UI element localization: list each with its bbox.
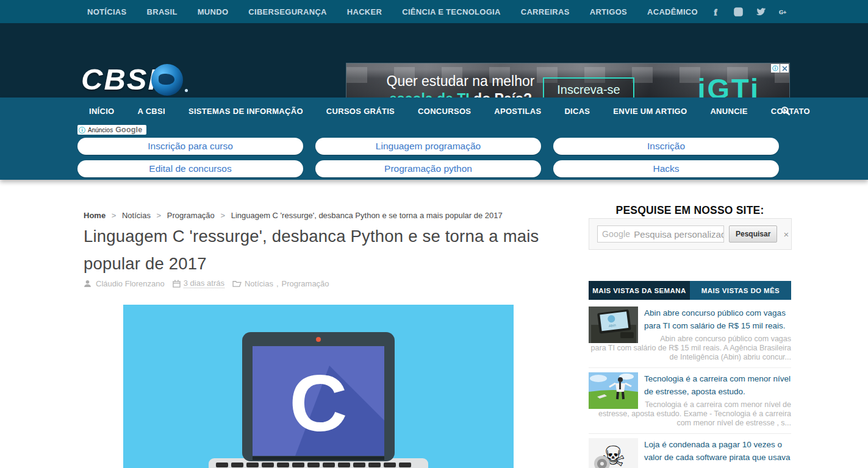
google-watermark: Google bbox=[598, 229, 634, 239]
breadcrumb: Home > Notícias > Programação > Linguage… bbox=[84, 211, 503, 220]
tab-mais-vistas-mes[interactable]: MAIS VISTAS DO MÊS bbox=[690, 281, 791, 300]
breadcrumb-programacao[interactable]: Programação bbox=[167, 211, 215, 220]
search-icon[interactable] bbox=[781, 106, 791, 118]
ad-link-linguagem-programacao[interactable]: Linguagem programação bbox=[315, 138, 541, 155]
breadcrumb-home[interactable]: Home bbox=[84, 211, 106, 220]
topnav-item-noticias[interactable]: NOTÍCIAS bbox=[87, 7, 127, 16]
article-thumbnail-pirataria[interactable]: ☠ bbox=[589, 438, 638, 468]
breadcrumb-noticias[interactable]: Notícias bbox=[122, 211, 151, 220]
breadcrumb-current: Linguagem C 'ressurge', desbanca Python … bbox=[231, 211, 503, 220]
ads-label-brand: Google bbox=[115, 126, 142, 134]
facebook-icon[interactable]: f bbox=[711, 7, 720, 16]
topnav-item-ciberseguranca[interactable]: CIBERSEGURANÇA bbox=[248, 7, 326, 16]
topnav-item-ciencia-tecnologia[interactable]: CIÊNCIA E TECNOLOGIA bbox=[402, 7, 501, 16]
popular-articles-list: Abin Abin abre concurso público com vaga… bbox=[589, 302, 791, 468]
svg-text:f: f bbox=[714, 7, 717, 16]
search-input[interactable] bbox=[634, 229, 723, 239]
breadcrumb-separator: > bbox=[157, 211, 162, 220]
c-letter: C bbox=[289, 358, 347, 448]
nav-item-dicas[interactable]: DICAS bbox=[564, 107, 590, 116]
ad-controls bbox=[771, 64, 789, 73]
article-thumbnail-abin[interactable]: Abin bbox=[589, 307, 638, 343]
site-search-panel: Google Pesquisar × bbox=[589, 218, 792, 250]
ad-link-hacks[interactable]: Hacks bbox=[553, 160, 779, 177]
author-icon bbox=[84, 280, 91, 288]
c-language-illustration: C bbox=[123, 305, 514, 468]
topnav-item-carreiras[interactable]: CARREIRAS bbox=[521, 7, 570, 16]
ads-label-text: Anúncios bbox=[88, 127, 113, 133]
folder-icon bbox=[232, 280, 242, 287]
ad-headline-line1: Quer estudar na melhor bbox=[378, 73, 543, 90]
google-ads-label[interactable]: i Anúncios Google bbox=[77, 125, 146, 135]
topnav-item-brasil[interactable]: BRASIL bbox=[147, 7, 178, 16]
search-close-icon[interactable]: × bbox=[783, 229, 789, 239]
site-logo-text: CBSI bbox=[81, 63, 157, 96]
category-separator: , bbox=[276, 279, 279, 288]
page: NOTÍCIAS BRASIL MUNDO CIBERSEGURANÇA HAC… bbox=[0, 0, 868, 468]
tab-mais-vistas-semana[interactable]: MAIS VISTAS DA SEMANA bbox=[589, 281, 690, 300]
list-item: Tecnologia é a carreira com menor nível … bbox=[589, 368, 791, 434]
breadcrumb-separator: > bbox=[112, 211, 117, 220]
site-header: CBSI Quer estudar na melhor escola de TI… bbox=[0, 23, 868, 98]
svg-text:G+: G+ bbox=[779, 9, 786, 15]
article-author: Cláudio Florenzano bbox=[96, 279, 165, 288]
top-utility-bar: NOTÍCIAS BRASIL MUNDO CIBERSEGURANÇA HAC… bbox=[0, 0, 868, 23]
topnav-item-academico[interactable]: ACADÊMICO bbox=[647, 7, 698, 16]
google-plus-icon[interactable]: G+ bbox=[779, 7, 788, 16]
article-meta: Cláudio Florenzano 3 dias atrás Notícias… bbox=[84, 278, 329, 288]
topnav-item-artigos[interactable]: ARTIGOS bbox=[590, 7, 627, 16]
nav-item-anuncie[interactable]: ANUNCIE bbox=[710, 107, 747, 116]
nav-item-a-cbsi[interactable]: A CBSI bbox=[138, 107, 165, 116]
category-link-noticias[interactable]: Notícias bbox=[245, 279, 273, 288]
nav-item-cursos-gratis[interactable]: CURSOS GRÁTIS bbox=[326, 107, 395, 116]
ad-link-inscricao[interactable]: Inscrição bbox=[553, 138, 779, 155]
ad-link-programacao-python[interactable]: Programação python bbox=[315, 160, 541, 177]
topnav-item-mundo[interactable]: MUNDO bbox=[198, 7, 229, 16]
google-ad-links: Inscrição para curso Linguagem programaç… bbox=[77, 138, 779, 177]
nav-item-concursos[interactable]: CONCURSOS bbox=[418, 107, 471, 116]
ad-info-icon[interactable] bbox=[771, 64, 780, 73]
sidebar-tabs: MAIS VISTAS DA SEMANA MAIS VISTAS DO MÊS bbox=[589, 281, 791, 300]
social-links: f G+ bbox=[711, 0, 788, 23]
instagram-icon[interactable] bbox=[734, 7, 743, 16]
globe-icon bbox=[151, 64, 183, 96]
nav-item-envie-um-artigo[interactable]: ENVIE UM ARTIGO bbox=[613, 107, 687, 116]
topnav-item-hacker[interactable]: HACKER bbox=[347, 7, 382, 16]
list-item: ☠ Loja é condenada a pagar 10 vezes o va… bbox=[589, 434, 791, 468]
article-categories: Notícias, Programação bbox=[232, 279, 329, 288]
ad-close-icon[interactable] bbox=[780, 64, 789, 73]
article-thumbnail-carreira[interactable] bbox=[589, 372, 638, 409]
sidebar-search-title: PESQUISE EM NOSSO SITE: bbox=[589, 204, 791, 217]
twitter-icon[interactable] bbox=[756, 7, 766, 16]
search-submit-button[interactable]: Pesquisar bbox=[729, 225, 777, 243]
list-item: Abin Abin abre concurso público com vaga… bbox=[589, 302, 791, 368]
breadcrumb-separator: > bbox=[220, 211, 225, 220]
calendar-icon bbox=[173, 280, 181, 288]
main-navigation-band: INÍCIO A CBSI SISTEMAS DE INFORMAÇÃO CUR… bbox=[0, 98, 868, 180]
article-date-group: 3 dias atrás bbox=[173, 278, 224, 288]
site-logo[interactable]: CBSI bbox=[81, 62, 183, 96]
nav-item-inicio[interactable]: INÍCIO bbox=[89, 107, 115, 116]
ad-link-inscricao-para-curso[interactable]: Inscrição para curso bbox=[77, 138, 303, 155]
category-link-programacao[interactable]: Programação bbox=[282, 279, 329, 288]
search-box: Google bbox=[597, 225, 724, 243]
nav-item-sistemas-informacao[interactable]: SISTEMAS DE INFORMAÇÃO bbox=[188, 107, 303, 116]
webcam-dot bbox=[316, 337, 321, 342]
ad-link-edital-de-concursos[interactable]: Edital de concursos bbox=[77, 160, 303, 177]
nav-item-apostilas[interactable]: APOSTILAS bbox=[494, 107, 541, 116]
ads-info-icon: i bbox=[79, 127, 85, 133]
article-date[interactable]: 3 dias atrás bbox=[184, 278, 224, 288]
main-nav: INÍCIO A CBSI SISTEMAS DE INFORMAÇÃO CUR… bbox=[0, 98, 868, 125]
article-hero-image: C bbox=[123, 305, 514, 468]
article-title: Linguagem C 'ressurge', desbanca Python … bbox=[84, 222, 556, 277]
